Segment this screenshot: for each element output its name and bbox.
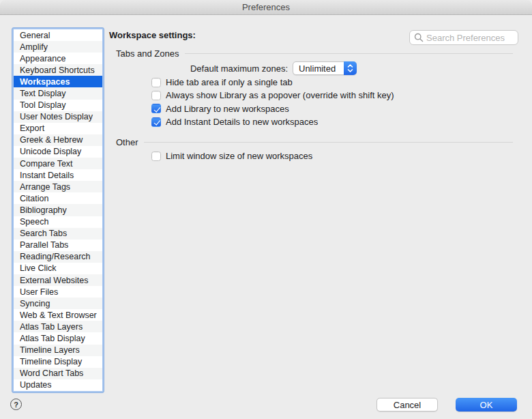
sidebar-item-timeline-display[interactable]: Timeline Display xyxy=(14,356,102,368)
sidebar-item-reading-research[interactable]: Reading/Research xyxy=(14,251,102,263)
section-tabs-and-zones: Tabs and Zones xyxy=(116,48,513,59)
sidebar-item-user-files[interactable]: User Files xyxy=(14,286,102,298)
limit-window-size-label: Limit window size of new workspaces xyxy=(166,151,312,161)
sidebar-item-tool-display[interactable]: Tool Display xyxy=(14,100,102,111)
checkbox-row-add-library: Add Library to new workspaces xyxy=(151,102,394,115)
sidebar-item-user-notes-display[interactable]: User Notes Display xyxy=(14,111,102,123)
sidebar-item-text-display[interactable]: Text Display xyxy=(14,87,102,99)
page-title: Workspace settings: xyxy=(109,30,196,40)
preferences-sidebar: General Amplify Appearance Keyboard Shor… xyxy=(12,27,104,393)
sidebar-item-keyboard-shortcuts[interactable]: Keyboard Shortcuts xyxy=(14,64,102,76)
checkbox-row-always-show-library: Always show Library as a popover (overri… xyxy=(151,89,394,102)
limit-window-size-checkbox[interactable] xyxy=(151,151,161,161)
always-show-library-checkbox[interactable] xyxy=(151,91,161,100)
add-instant-details-checkbox[interactable] xyxy=(151,117,161,127)
sidebar-item-atlas-tab-layers[interactable]: Atlas Tab Layers xyxy=(14,321,102,332)
sidebar-item-word-chart-tabs[interactable]: Word Chart Tabs xyxy=(14,368,102,379)
sidebar-item-appearance[interactable]: Appearance xyxy=(14,53,102,64)
help-button[interactable]: ? xyxy=(10,399,22,410)
sidebar-item-external-websites[interactable]: External Websites xyxy=(14,274,102,286)
sidebar-item-citation[interactable]: Citation xyxy=(14,192,102,204)
sidebar-item-greek-hebrew[interactable]: Greek & Hebrew xyxy=(14,134,102,146)
sidebar-item-updates[interactable]: Updates xyxy=(14,379,102,391)
section-divider xyxy=(144,142,513,143)
sidebar-item-atlas-tab-display[interactable]: Atlas Tab Display xyxy=(14,332,102,344)
section-divider xyxy=(185,53,513,54)
section-other: Other xyxy=(116,137,513,147)
section-title: Tabs and Zones xyxy=(116,48,179,59)
ok-button[interactable]: OK xyxy=(456,398,517,411)
tabs-zones-checkbox-group: Hide tab area if only a single tab Alway… xyxy=(151,76,394,128)
sidebar-item-arrange-tags[interactable]: Arrange Tags xyxy=(14,181,102,192)
default-max-zones-label: Default maximum zones: xyxy=(116,63,288,74)
add-instant-details-label: Add Instant Details to new workspaces xyxy=(166,117,318,127)
sidebar-item-unicode-display[interactable]: Unicode Display xyxy=(14,146,102,158)
sidebar-item-parallel-tabs[interactable]: Parallel Tabs xyxy=(14,240,102,251)
search-icon xyxy=(414,33,424,42)
sidebar-item-bibliography[interactable]: Bibliography xyxy=(14,204,102,216)
cancel-button[interactable]: Cancel xyxy=(376,398,438,411)
sidebar-item-general[interactable]: General xyxy=(14,29,102,41)
preferences-window: Preferences General Amplify Appearance K… xyxy=(0,0,532,419)
add-library-label: Add Library to new workspaces xyxy=(166,104,289,114)
sidebar-item-live-click[interactable]: Live Click xyxy=(14,263,102,274)
sidebar-item-amplify[interactable]: Amplify xyxy=(14,41,102,53)
search-input[interactable] xyxy=(426,33,514,43)
add-library-checkbox[interactable] xyxy=(151,104,161,113)
always-show-library-label: Always show Library as a popover (overri… xyxy=(166,90,394,100)
popup-selected-value: Unlimited xyxy=(293,63,344,74)
sidebar-item-timeline-layers[interactable]: Timeline Layers xyxy=(14,345,102,356)
sidebar-item-instant-details[interactable]: Instant Details xyxy=(14,169,102,181)
sidebar-item-web-text-browser[interactable]: Web & Text Browser xyxy=(14,309,102,321)
hide-tab-area-checkbox[interactable] xyxy=(151,78,161,87)
default-max-zones-popup[interactable]: Unlimited xyxy=(293,61,357,75)
sidebar-item-search-tabs[interactable]: Search Tabs xyxy=(14,228,102,240)
sidebar-item-compare-text[interactable]: Compare Text xyxy=(14,158,102,169)
window-title: Preferences xyxy=(242,2,290,12)
other-checkbox-group: Limit window size of new workspaces xyxy=(151,149,312,162)
stepper-icon xyxy=(344,61,357,75)
sidebar-item-export[interactable]: Export xyxy=(14,123,102,134)
hide-tab-area-label: Hide tab area if only a single tab xyxy=(166,77,293,87)
sidebar-item-speech[interactable]: Speech xyxy=(14,216,102,228)
sidebar-list: General Amplify Appearance Keyboard Shor… xyxy=(14,29,102,391)
search-field[interactable] xyxy=(409,30,518,45)
checkbox-row-hide-tab-area: Hide tab area if only a single tab xyxy=(151,76,394,89)
title-bar: Preferences xyxy=(0,0,532,15)
sidebar-item-workspaces[interactable]: Workspaces xyxy=(14,76,102,87)
checkbox-row-add-instant-details: Add Instant Details to new workspaces xyxy=(151,115,394,128)
section-title: Other xyxy=(116,137,138,147)
checkbox-row-limit-window-size: Limit window size of new workspaces xyxy=(151,149,312,162)
default-max-zones-row: Default maximum zones: Unlimited xyxy=(116,61,357,75)
sidebar-item-syncing[interactable]: Syncing xyxy=(14,298,102,309)
